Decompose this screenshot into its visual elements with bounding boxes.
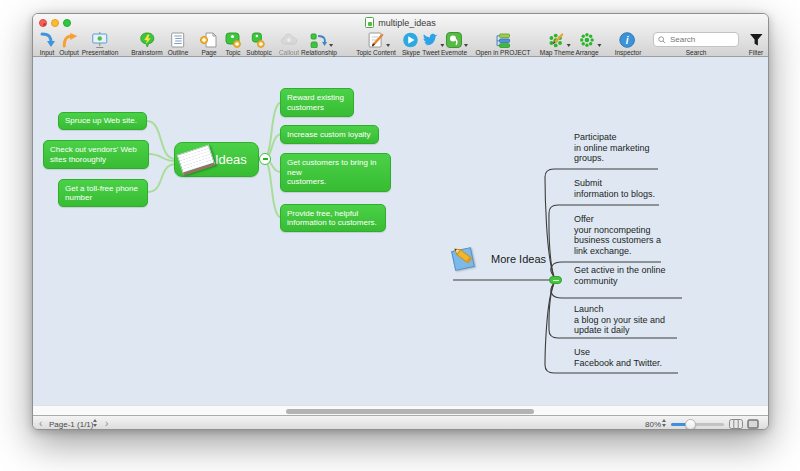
topic-text: Provide free, helpful information to cus… (287, 209, 377, 228)
map-theme-flower-icon (548, 31, 566, 48)
toolbar-button-relationship[interactable]: Relationship (301, 31, 337, 56)
toolbar-label: Inspector (615, 49, 642, 56)
project-gantt-icon (494, 31, 512, 48)
pencil-paper-icon (449, 242, 483, 276)
toolbar-button-output[interactable]: Output (59, 31, 79, 56)
dropdown-caret (464, 44, 468, 47)
toolbar-label: Filter (749, 49, 763, 56)
toolbar-label: Presentation (82, 49, 119, 56)
page-stepper[interactable] (93, 419, 97, 427)
brainstorm-lightning-icon (138, 31, 156, 48)
outline-list-icon (169, 31, 187, 48)
search-icon (658, 36, 665, 44)
input-arrow-icon (38, 31, 56, 48)
line-topic-node[interactable]: Get active in the online community (574, 265, 666, 286)
line-topic-node[interactable]: Launch a blog on your site and update it… (574, 304, 665, 336)
topic-node[interactable]: Provide free, helpful information to cus… (280, 204, 386, 232)
search-field[interactable] (653, 32, 739, 47)
add-topic-icon (224, 31, 242, 48)
toolbar-button-filter[interactable]: Filter (748, 31, 764, 56)
topic-node[interactable]: Get a toll-free phone number (58, 179, 148, 207)
toolbar-button-skype[interactable]: Skype (402, 31, 420, 56)
toolbar-label: Page (201, 49, 216, 56)
toolbar-button-inspector[interactable]: i Inspector (615, 31, 642, 56)
previous-page-button[interactable]: ‹ (39, 418, 42, 429)
search-input[interactable] (668, 34, 734, 45)
line-topic-node[interactable]: Offer your noncompeting business custome… (574, 214, 661, 257)
zoom-slider-knob[interactable] (685, 419, 696, 430)
line-topic-node[interactable]: Submit information to blogs. (574, 178, 655, 199)
topic-node[interactable]: Check out vendors' Web sites thoroughly (43, 140, 149, 169)
toolbar-label: Skype (402, 49, 420, 56)
more-ideas-topic[interactable]: More Ideas (491, 253, 546, 265)
toolbar-button-page[interactable]: Page (200, 31, 218, 56)
main-topic-ideas[interactable]: Ideas (174, 142, 259, 177)
toolbar-button-topic-content[interactable]: Topic Content (356, 31, 396, 56)
full-screen-icon[interactable] (747, 419, 759, 430)
toolbar-button-topic[interactable]: Topic (224, 31, 242, 56)
presentation-screen-icon (91, 31, 109, 48)
toolbar-button-presentation[interactable]: Presentation (82, 31, 119, 56)
skype-icon (402, 31, 420, 48)
toolbar-label: Relationship (301, 49, 337, 56)
svg-text:i: i (626, 34, 629, 45)
dropdown-caret (386, 44, 390, 47)
toolbar-label: Brainstorm (131, 49, 162, 56)
notepad-icon (176, 144, 215, 175)
topic-text: Increase custom loyalty (287, 130, 371, 140)
titlebar: multiple_ideas (33, 16, 768, 29)
dropdown-caret (567, 44, 571, 47)
evernote-icon (445, 31, 463, 48)
toolbar-button-map-theme[interactable]: Map Theme (540, 31, 575, 56)
inspector-info-icon: i (619, 31, 637, 48)
collapse-button[interactable] (549, 276, 562, 284)
toolbar-label: Arrange (575, 49, 598, 56)
horizontal-scrollbar-thumb[interactable] (286, 409, 534, 414)
search-label: Search (686, 49, 707, 56)
toolbar-button-evernote[interactable]: Evernote (441, 31, 467, 56)
zoom-stepper[interactable] (662, 419, 666, 427)
add-subtopic-icon (250, 31, 268, 48)
twitter-bird-icon (423, 31, 440, 48)
topic-node[interactable]: Spruce up Web site. (58, 112, 147, 130)
toolbar-button-input[interactable]: Input (38, 31, 56, 56)
screenshot-stage: multiple_ideas Input Output (0, 0, 800, 471)
toolbar-label: Callout (279, 49, 299, 56)
next-page-button[interactable]: › (105, 418, 108, 429)
pages-view-icon[interactable] (729, 419, 743, 430)
dropdown-caret (329, 44, 333, 47)
horizontal-scrollbar-track[interactable] (33, 405, 768, 415)
toolbar: Input Output Presentation (33, 29, 768, 57)
page-indicator: Page-1 (1/1) (49, 420, 93, 429)
topic-content-pencil-icon (367, 31, 385, 48)
arrange-flower-icon (578, 31, 596, 48)
toolbar-button-tweet[interactable]: Tweet (422, 31, 439, 56)
toolbar-button-callout: Callout (279, 31, 299, 56)
toolbar-label: Tweet (422, 49, 439, 56)
topic-node[interactable]: Get customers to bring in new customers. (280, 153, 391, 192)
line-topic-node[interactable]: Participate in online marketing groups. (574, 132, 650, 164)
toolbar-button-brainstorm[interactable]: Brainstorm (131, 31, 162, 56)
dropdown-caret (597, 44, 601, 47)
toolbar-label: Input (40, 49, 54, 56)
relationship-icon (310, 31, 328, 48)
zoom-slider[interactable] (671, 423, 724, 426)
toolbar-label: Evernote (441, 49, 467, 56)
window-title: multiple_ideas (378, 18, 436, 28)
line-topic-node[interactable]: Use Facebook and Twitter. (574, 347, 662, 368)
topic-node[interactable]: Increase custom loyalty (280, 125, 379, 144)
toolbar-button-open-in-project[interactable]: Open in PROJECT (476, 31, 531, 56)
callout-cloud-icon (280, 31, 298, 48)
topic-text: Check out vendors' Web sites thoroughly (50, 145, 137, 164)
toolbar-label: Map Theme (540, 49, 575, 56)
toolbar-button-subtopic[interactable]: Subtopic (246, 31, 271, 56)
status-bar: ‹ Page-1 (1/1) › 80% (33, 415, 768, 430)
toolbar-button-outline[interactable]: Outline (168, 31, 189, 56)
topic-text: Spruce up Web site. (65, 116, 137, 126)
topic-node[interactable]: Reward existing customers (280, 88, 354, 117)
pencil-icon (449, 242, 483, 276)
toolbar-button-arrange[interactable]: Arrange (575, 31, 598, 56)
window-header: multiple_ideas Input Output (33, 14, 768, 57)
collapse-button[interactable] (259, 153, 271, 165)
topic-text: Reward existing customers (287, 93, 344, 112)
